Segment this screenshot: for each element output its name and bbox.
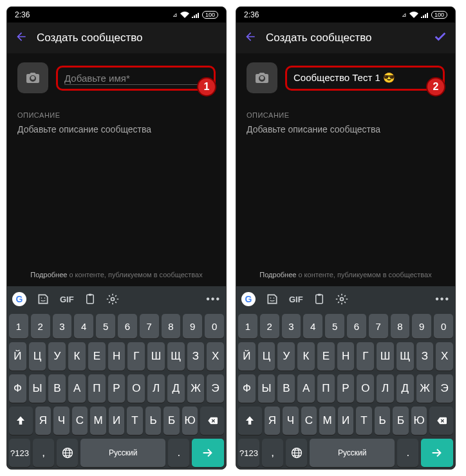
key-Э[interactable]: Э <box>436 374 453 403</box>
key-9[interactable]: 9 <box>412 314 431 338</box>
back-arrow-icon[interactable] <box>244 30 257 46</box>
key-6[interactable]: 6 <box>118 314 137 338</box>
key-1[interactable]: 1 <box>238 314 257 338</box>
key-7[interactable]: 7 <box>369 314 388 338</box>
shift-key[interactable] <box>9 407 33 435</box>
comma-key[interactable]: , <box>33 439 54 467</box>
info-link[interactable]: Подробнее <box>30 271 67 279</box>
key-Х[interactable]: Х <box>436 342 453 371</box>
key-6[interactable]: 6 <box>347 314 366 338</box>
key-Н[interactable]: Н <box>108 342 126 371</box>
back-arrow-icon[interactable] <box>15 30 28 46</box>
key-Л[interactable]: Л <box>147 374 165 403</box>
key-М[interactable]: М <box>319 407 335 435</box>
key-5[interactable]: 5 <box>325 314 344 338</box>
clipboard-icon[interactable] <box>84 293 96 306</box>
key-Т[interactable]: Т <box>127 407 143 435</box>
shift-key[interactable] <box>238 407 262 435</box>
key-Н[interactable]: Н <box>337 342 355 371</box>
key-Т[interactable]: Т <box>356 407 372 435</box>
key-Ь[interactable]: Ь <box>375 407 391 435</box>
key-И[interactable]: И <box>338 407 354 435</box>
key-2[interactable]: 2 <box>260 314 279 338</box>
key-Ы[interactable]: Ы <box>258 374 275 403</box>
space-key[interactable]: Русский <box>310 439 395 467</box>
key-В[interactable]: В <box>48 374 66 403</box>
google-icon[interactable]: G <box>241 292 256 306</box>
key-Г[interactable]: Г <box>357 342 374 371</box>
key-А[interactable]: А <box>68 374 86 403</box>
key-Ц[interactable]: Ц <box>258 342 275 371</box>
key-Д[interactable]: Д <box>396 374 414 403</box>
key-3[interactable]: 3 <box>282 314 301 338</box>
key-Л[interactable]: Л <box>377 374 394 403</box>
backspace-key[interactable] <box>200 407 224 435</box>
key-Р[interactable]: Р <box>108 374 126 403</box>
key-Ш[interactable]: Ш <box>147 342 165 371</box>
key-Щ[interactable]: Щ <box>167 342 185 371</box>
gif-button[interactable]: GIF <box>60 295 74 304</box>
key-Ф[interactable]: Ф <box>238 374 256 403</box>
key-С[interactable]: С <box>72 407 88 435</box>
settings-icon[interactable] <box>106 293 119 306</box>
key-К[interactable]: К <box>68 342 86 371</box>
period-key[interactable]: . <box>397 439 418 467</box>
key-Е[interactable]: Е <box>88 342 106 371</box>
key-4[interactable]: 4 <box>303 314 322 338</box>
content-info[interactable]: Подробнее о контенте, публикуемом в сооб… <box>7 266 226 286</box>
key-Ю[interactable]: Ю <box>411 407 427 435</box>
key-З[interactable]: З <box>187 342 205 371</box>
key-3[interactable]: 3 <box>53 314 72 338</box>
key-С[interactable]: С <box>301 407 317 435</box>
key-П[interactable]: П <box>88 374 106 403</box>
confirm-check-icon[interactable] <box>433 30 447 47</box>
key-Г[interactable]: Г <box>127 342 145 371</box>
period-key[interactable]: . <box>168 439 189 467</box>
sticker-icon[interactable] <box>37 293 50 306</box>
description-input[interactable]: Добавьте описание сообщества <box>7 122 226 145</box>
key-Ф[interactable]: Ф <box>9 374 26 403</box>
symbols-key[interactable]: ?123 <box>9 439 30 467</box>
sticker-icon[interactable] <box>266 293 279 306</box>
key-З[interactable]: З <box>416 342 434 371</box>
key-Ч[interactable]: Ч <box>283 407 299 435</box>
key-Ы[interactable]: Ы <box>29 374 46 403</box>
key-А[interactable]: А <box>297 374 315 403</box>
globe-key[interactable] <box>57 439 78 467</box>
key-К[interactable]: К <box>297 342 315 371</box>
key-И[interactable]: И <box>109 407 125 435</box>
key-Е[interactable]: Е <box>317 342 335 371</box>
settings-icon[interactable] <box>335 293 348 306</box>
key-Э[interactable]: Э <box>207 374 224 403</box>
gif-button[interactable]: GIF <box>289 295 303 304</box>
comma-key[interactable]: , <box>262 439 283 467</box>
key-Щ[interactable]: Щ <box>396 342 414 371</box>
key-Р[interactable]: Р <box>337 374 355 403</box>
info-link[interactable]: Подробнее <box>259 271 296 279</box>
more-icon[interactable]: ••• <box>435 293 450 305</box>
key-2[interactable]: 2 <box>31 314 50 338</box>
space-key[interactable]: Русский <box>80 439 165 467</box>
clipboard-icon[interactable] <box>313 293 325 306</box>
key-Б[interactable]: Б <box>393 407 409 435</box>
key-Й[interactable]: Й <box>238 342 256 371</box>
key-Б[interactable]: Б <box>163 407 180 435</box>
symbols-key[interactable]: ?123 <box>238 439 259 467</box>
key-8[interactable]: 8 <box>162 314 181 338</box>
key-В[interactable]: В <box>277 374 295 403</box>
key-Ч[interactable]: Ч <box>53 407 70 435</box>
key-8[interactable]: 8 <box>391 314 410 338</box>
key-У[interactable]: У <box>277 342 295 371</box>
key-Д[interactable]: Д <box>167 374 185 403</box>
enter-key[interactable] <box>421 439 453 467</box>
key-0[interactable]: 0 <box>205 314 224 338</box>
community-name-input[interactable] <box>294 73 436 84</box>
key-Я[interactable]: Я <box>35 407 51 435</box>
key-О[interactable]: О <box>357 374 374 403</box>
community-name-input[interactable] <box>64 73 207 84</box>
key-М[interactable]: М <box>90 407 106 435</box>
key-0[interactable]: 0 <box>434 314 453 338</box>
key-Я[interactable]: Я <box>265 407 281 435</box>
key-1[interactable]: 1 <box>9 314 28 338</box>
content-info[interactable]: Подробнее о контенте, публикуемом в сооб… <box>236 266 455 286</box>
